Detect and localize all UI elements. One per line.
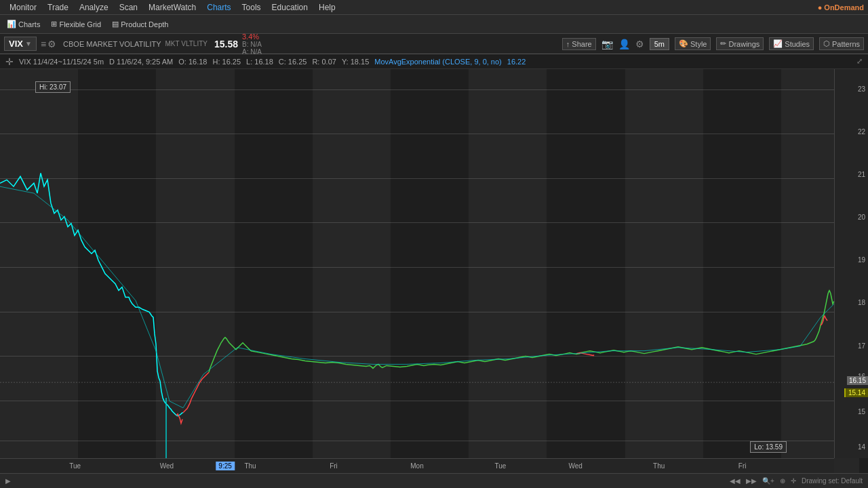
symbol-name: VIX — [9, 39, 23, 49]
symbol-icons: ≡ ⚙ — [41, 39, 56, 49]
expand-icon[interactable]: ⤢ — [856, 57, 863, 66]
pencil-icon: ✏ — [720, 39, 726, 48]
bid-ask: B: N/A — [242, 41, 262, 48]
y-label-17: 17 — [858, 342, 865, 349]
ohlc-r: R: 0.07 — [312, 58, 336, 66]
x-label-mon: Mon — [410, 462, 423, 470]
camera-icon[interactable]: 📷 — [601, 39, 613, 49]
chart-type-icon[interactable]: ≡ — [41, 39, 46, 49]
x-label-tue2: Tue — [495, 462, 507, 470]
menu-bar: Monitor Trade Analyze Scan MarketWatch C… — [0, 0, 868, 15]
ondemand-logo: ● OnDemand — [818, 3, 864, 12]
symbol-description: CBOE MARKET VOLATILITY — [63, 40, 161, 48]
ohlc-open: O: 16.18 — [178, 58, 207, 66]
ohlc-low: L: 16.18 — [246, 58, 273, 66]
x-label-tue1: Tue — [69, 462, 81, 470]
x-label-925: 9:25 — [216, 462, 234, 470]
share-icon: ↑ — [566, 40, 570, 48]
ohlc-high: H: 16.25 — [212, 58, 241, 66]
hi-annotation: Hi: 23.07 — [35, 81, 71, 93]
timeframe-btn[interactable]: 5m — [650, 38, 669, 50]
menu-trade[interactable]: Trade — [42, 1, 74, 14]
studies-icon: 📈 — [773, 39, 783, 48]
flexible-grid-btn[interactable]: ⊞ Flexible Grid — [48, 18, 104, 30]
zoom-in[interactable]: 🔍+ — [762, 477, 774, 485]
crosshair-toggle[interactable]: ✛ — [791, 477, 796, 485]
menu-scan[interactable]: Scan — [114, 1, 143, 14]
chart-settings-icon[interactable]: ⚙ — [47, 39, 56, 49]
bid-ask2: A: N/A — [242, 48, 262, 56]
mkt-label: MKT VLTLITY — [165, 40, 208, 47]
patterns-icon: ⬡ — [823, 39, 830, 48]
chart-container[interactable]: Hi: 23.07 Lo: 13.59 23 22 21 20 19 18 17… — [0, 69, 868, 473]
grid-icon: ⊞ — [51, 20, 57, 28]
ohlc-ma: MovAvgExponential (CLOSE, 9, 0, no) — [374, 58, 502, 66]
status-icon: ▶ — [5, 477, 11, 485]
nav-fwd[interactable]: ▶▶ — [746, 477, 757, 485]
menu-analyze[interactable]: Analyze — [74, 1, 114, 14]
menu-tools[interactable]: Tools — [237, 1, 267, 14]
toolbar: 📊 Charts ⊞ Flexible Grid ▤ Product Depth — [0, 15, 868, 34]
menu-help[interactable]: Help — [313, 1, 341, 14]
x-label-wed2: Wed — [568, 462, 582, 470]
current-price-tag: 15.14 — [844, 388, 868, 397]
charts-toolbar-btn[interactable]: 📊 Charts — [4, 18, 43, 30]
ohlc-date: D 11/6/24, 9:25 AM — [109, 58, 173, 66]
current-price: 15.58 — [214, 39, 238, 49]
lo-annotation: Lo: 13.59 — [750, 441, 787, 453]
product-depth-btn[interactable]: ▤ Product Depth — [109, 18, 171, 30]
ohlc-bar: ✛ VIX 11/4/24~11/15/24 5m D 11/6/24, 9:2… — [0, 54, 868, 69]
style-icon: 🎨 — [679, 39, 688, 48]
price-changes: 3.4% B: N/A A: N/A — [242, 33, 262, 56]
symbol-bar: VIX ▼ ≡ ⚙ CBOE MARKET VOLATILITY MKT VLT… — [0, 34, 868, 54]
symbol-dropdown-arrow: ▼ — [25, 40, 32, 47]
x-axis: Tue Wed 9:25 Thu Fri Mon Tue Wed Thu Fri — [0, 458, 834, 473]
person-icon[interactable]: 👤 — [618, 39, 630, 49]
drawing-set-label: Drawing set: Default — [802, 477, 863, 485]
y-axis: 23 22 21 20 19 18 17 16 15 14 16.15 15.1… — [834, 69, 868, 458]
y-label-21: 21 — [858, 170, 865, 178]
status-bar: ▶ ◀◀ ▶▶ 🔍+ ⊕ ✛ Drawing set: Default — [0, 473, 868, 488]
depth-icon: ▤ — [112, 20, 119, 28]
ohlc-ticker: VIX 11/4/24~11/15/24 5m — [19, 58, 104, 66]
chart-toolbar-right: ↑ Share 📷 👤 ⚙ 5m 🎨 Style ✏ Drawings 📈 St… — [562, 37, 864, 50]
ohlc-ma-val: 16.22 — [507, 58, 526, 66]
menu-charts[interactable]: Charts — [201, 1, 236, 14]
ohlc-close: C: 16.25 — [279, 58, 307, 66]
settings-icon[interactable]: ⚙ — [635, 39, 644, 49]
price-highlight-label: 16.15 — [847, 376, 868, 385]
menu-marketwatch[interactable]: MarketWatch — [143, 1, 201, 14]
price-change-pct: 3.4% — [242, 33, 262, 41]
nav-back[interactable]: ◀◀ — [730, 477, 741, 485]
style-btn[interactable]: 🎨 Style — [675, 37, 711, 50]
y-label-22: 22 — [858, 127, 865, 135]
y-label-23: 23 — [858, 85, 865, 92]
y-label-20: 20 — [858, 214, 865, 221]
x-label-thu2: Thu — [653, 462, 665, 470]
charts-icon: 📊 — [7, 20, 16, 28]
symbol-selector[interactable]: VIX ▼ — [4, 37, 37, 51]
crosshair-icon[interactable]: ✛ — [5, 56, 14, 67]
svg-rect-0 — [0, 69, 834, 458]
y-label-19: 19 — [858, 256, 865, 264]
menu-education[interactable]: Education — [267, 1, 313, 14]
x-label-thu1: Thu — [244, 462, 256, 470]
y-label-18: 18 — [858, 299, 865, 306]
zoom-icon[interactable]: ⊕ — [780, 477, 785, 485]
x-label-wed1: Wed — [160, 462, 174, 470]
menu-monitor[interactable]: Monitor — [4, 1, 42, 14]
patterns-btn[interactable]: ⬡ Patterns — [819, 37, 864, 50]
ohlc-y: Y: 18.15 — [342, 58, 369, 66]
price-chart — [0, 69, 834, 458]
y-label-15: 15 — [858, 408, 865, 415]
y-label-14: 14 — [858, 443, 865, 450]
x-label-fri2: Fri — [738, 462, 747, 470]
drawings-btn[interactable]: ✏ Drawings — [716, 37, 764, 50]
share-btn[interactable]: ↑ Share — [562, 38, 596, 50]
x-label-fri1: Fri — [330, 462, 338, 470]
studies-btn[interactable]: 📈 Studies — [769, 37, 814, 50]
